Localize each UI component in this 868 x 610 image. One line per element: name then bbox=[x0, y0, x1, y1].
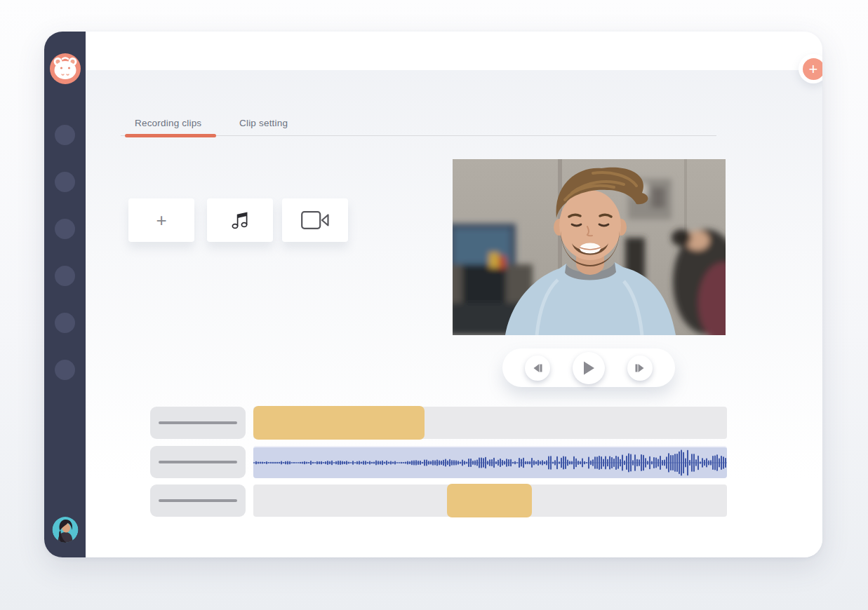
top-bar bbox=[86, 32, 822, 70]
track-label-placeholder bbox=[159, 499, 237, 502]
video-camera-icon bbox=[301, 211, 329, 229]
step-forward-icon bbox=[634, 363, 646, 373]
audio-waveform bbox=[253, 447, 727, 478]
track-2-audio-lane[interactable] bbox=[253, 446, 727, 478]
active-tab-indicator bbox=[125, 134, 216, 137]
play-icon bbox=[582, 361, 595, 375]
sidebar-nav bbox=[55, 125, 75, 380]
track-1-lane[interactable] bbox=[253, 407, 727, 439]
plus-icon: + bbox=[156, 210, 166, 231]
step-backward-icon bbox=[532, 363, 543, 373]
monkey-mascot-icon bbox=[50, 53, 81, 84]
sidebar-nav-item-3[interactable] bbox=[55, 219, 75, 239]
sidebar-nav-item-5[interactable] bbox=[55, 313, 75, 333]
step-backward-button[interactable] bbox=[525, 355, 550, 381]
step-forward-button[interactable] bbox=[627, 355, 653, 381]
track-1-clip[interactable] bbox=[253, 406, 425, 440]
tab-clip-setting[interactable]: Clip setting bbox=[239, 118, 288, 128]
video-preview[interactable] bbox=[453, 159, 726, 335]
main-panel: + Recording clips Clip setting + bbox=[86, 32, 822, 557]
track-3-lane[interactable] bbox=[253, 484, 727, 517]
sidebar-nav-item-2[interactable] bbox=[55, 172, 75, 192]
sidebar bbox=[44, 32, 86, 557]
track-3-label[interactable] bbox=[150, 484, 246, 517]
add-recording-fab-wrap: + bbox=[799, 54, 822, 83]
tab-recording-clips[interactable]: Recording clips bbox=[135, 118, 201, 128]
add-audio-button[interactable] bbox=[207, 198, 273, 242]
sidebar-nav-item-1[interactable] bbox=[55, 125, 75, 145]
add-clip-button[interactable]: + bbox=[128, 198, 194, 242]
add-video-button[interactable] bbox=[282, 198, 348, 242]
track-1-label[interactable] bbox=[150, 407, 246, 439]
play-button[interactable] bbox=[573, 352, 605, 384]
player-controls bbox=[502, 348, 675, 387]
track-label-placeholder bbox=[159, 421, 237, 424]
track-3-clip[interactable] bbox=[447, 484, 532, 517]
user-avatar-photo bbox=[52, 517, 78, 543]
track-2-label[interactable] bbox=[150, 446, 246, 478]
app-window: + Recording clips Clip setting + bbox=[44, 32, 822, 557]
add-recording-button[interactable]: + bbox=[803, 58, 823, 80]
app-logo[interactable] bbox=[50, 53, 81, 84]
sidebar-nav-item-4[interactable] bbox=[55, 266, 75, 286]
track-label-placeholder bbox=[159, 461, 237, 463]
presenter-photo bbox=[453, 159, 726, 335]
music-note-icon bbox=[229, 210, 251, 231]
sidebar-nav-item-6[interactable] bbox=[55, 360, 75, 380]
user-avatar[interactable] bbox=[52, 517, 78, 543]
